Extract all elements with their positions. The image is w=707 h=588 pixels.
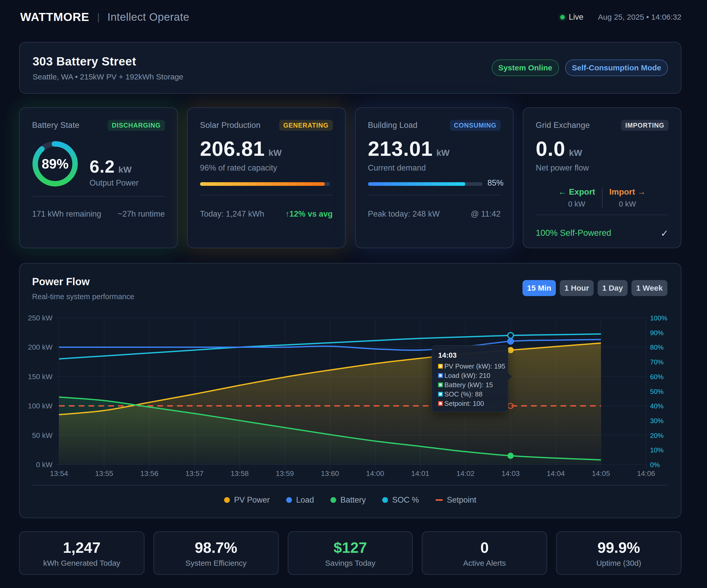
svg-text:100%: 100% <box>650 314 667 322</box>
svg-text:50%: 50% <box>650 388 664 395</box>
svg-text:14:05: 14:05 <box>592 469 610 478</box>
svg-text:90%: 90% <box>650 329 664 337</box>
svg-text:13:56: 13:56 <box>140 469 158 478</box>
svg-text:40%: 40% <box>650 402 664 410</box>
svg-text:70%: 70% <box>650 358 664 366</box>
svg-text:14:04: 14:04 <box>546 469 565 478</box>
svg-text:80%: 80% <box>650 344 664 351</box>
svg-text:0 kW: 0 kW <box>36 461 53 469</box>
svg-text:20%: 20% <box>650 432 664 439</box>
svg-text:14:00: 14:00 <box>366 469 384 478</box>
svg-text:100 kW: 100 kW <box>28 402 53 410</box>
svg-text:50 kW: 50 kW <box>32 431 53 439</box>
svg-text:60%: 60% <box>650 373 664 381</box>
svg-text:30%: 30% <box>650 417 664 425</box>
svg-text:13:58: 13:58 <box>231 469 249 478</box>
svg-text:13:60: 13:60 <box>321 469 339 478</box>
svg-text:13:54: 13:54 <box>50 469 68 478</box>
svg-text:150 kW: 150 kW <box>28 373 53 381</box>
svg-text:13:59: 13:59 <box>276 469 294 478</box>
svg-text:13:55: 13:55 <box>95 469 113 478</box>
svg-text:250 kW: 250 kW <box>28 314 53 322</box>
svg-text:0%: 0% <box>650 461 660 469</box>
svg-text:10%: 10% <box>650 446 664 454</box>
svg-text:14:03: 14:03 <box>502 469 519 478</box>
svg-text:14:02: 14:02 <box>456 469 474 478</box>
svg-text:200 kW: 200 kW <box>28 343 53 351</box>
svg-text:14:01: 14:01 <box>411 469 429 478</box>
svg-text:14:06: 14:06 <box>637 469 655 478</box>
svg-text:13:57: 13:57 <box>185 469 203 478</box>
